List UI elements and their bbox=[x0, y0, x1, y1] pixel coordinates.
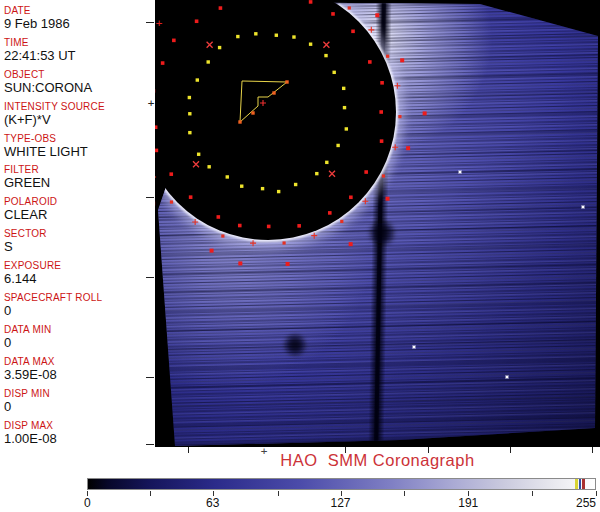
pointer-vertex-dot bbox=[285, 80, 288, 83]
field-value: GREEN bbox=[4, 176, 155, 190]
yellow-ring-dot bbox=[332, 71, 335, 74]
colorbar-tick bbox=[532, 491, 533, 496]
field-label: TYPE-OBS bbox=[4, 132, 155, 145]
colorbar-tick bbox=[404, 491, 405, 496]
sidebar-entry: FILTERGREEN bbox=[0, 163, 155, 195]
yellow-ring-dot bbox=[345, 127, 348, 130]
colorbar-tick bbox=[150, 491, 151, 496]
rim-dot-mark bbox=[340, 220, 343, 223]
app-window: { "window": {"width": 600, "height": 512… bbox=[0, 0, 600, 512]
colorbar-label: 63 bbox=[206, 496, 219, 510]
sidebar-entry: INTENSITY SOURCE(K+F)*V bbox=[0, 100, 155, 132]
yellow-ring-dot bbox=[292, 35, 295, 38]
red-ring-dot bbox=[297, 224, 301, 228]
field-value: 1.00E-08 bbox=[4, 432, 155, 446]
red-ring-dot bbox=[380, 81, 384, 85]
axis-tick bbox=[146, 22, 154, 23]
colorbar-tick bbox=[596, 491, 597, 496]
field-value: (K+F)*V bbox=[4, 113, 155, 127]
yellow-ring-dot bbox=[309, 42, 312, 45]
colorbar-label: 0 bbox=[84, 496, 91, 510]
sidebar-entry: EXPOSURE6.144 bbox=[0, 259, 155, 291]
sidebar-entry: POLAROIDCLEAR bbox=[0, 195, 155, 227]
yellow-ring-dot bbox=[261, 187, 264, 190]
sidebar-entry: SPACECRAFT ROLL0 bbox=[0, 291, 155, 323]
colorbar-tick bbox=[278, 491, 279, 496]
rim-dot-mark bbox=[170, 200, 173, 203]
image-panel bbox=[155, 0, 600, 447]
red-ring-dot bbox=[169, 172, 173, 176]
axis-tick bbox=[146, 377, 154, 378]
yellow-ring-dot bbox=[294, 183, 297, 186]
red-ring-dot bbox=[351, 29, 355, 33]
sidebar-entry: DATE9 Feb 1986 bbox=[0, 4, 155, 36]
yellow-ring-dot bbox=[207, 60, 210, 63]
yellow-ring-dot bbox=[324, 54, 327, 57]
field-label: INTENSITY SOURCE bbox=[4, 100, 155, 113]
outer-scatter-red-dot bbox=[386, 197, 390, 201]
field-value: 3.59E-08 bbox=[4, 368, 155, 382]
field-label: DISP MIN bbox=[4, 387, 155, 400]
sidebar-entry: DATA MAX3.59E-08 bbox=[0, 355, 155, 387]
sidebar-entry: DISP MIN0 bbox=[0, 387, 155, 419]
red-ring-dot bbox=[328, 211, 332, 215]
yellow-ring-dot bbox=[236, 35, 239, 38]
sidebar-entry: DATA MIN0 bbox=[0, 323, 155, 355]
outer-scatter-red-dot bbox=[286, 262, 290, 266]
field-label: DATA MIN bbox=[4, 323, 155, 336]
field-value: 0 bbox=[4, 400, 155, 414]
pointer-vertex-dot bbox=[272, 91, 275, 94]
field-value: 6.144 bbox=[4, 272, 155, 286]
red-ring-dot bbox=[379, 110, 383, 114]
colorbar-label: 255 bbox=[576, 496, 596, 510]
axis-tick bbox=[146, 277, 154, 278]
yellow-ring-dot bbox=[277, 190, 280, 193]
outer-scatter-red-dot bbox=[406, 146, 410, 150]
rim-dot-mark bbox=[221, 234, 224, 237]
yellow-ring-dot bbox=[226, 175, 229, 178]
red-ring-dot bbox=[331, 12, 335, 16]
colorbar-label: 191 bbox=[458, 496, 478, 510]
colorbar-stripe bbox=[575, 479, 578, 489]
rim-dot-mark bbox=[398, 115, 401, 118]
outer-scatter-red-dot bbox=[375, 13, 379, 17]
colorbar-label: 127 bbox=[330, 496, 350, 510]
field-value: WHITE LIGHT bbox=[4, 145, 155, 159]
pointer-vertex-dot bbox=[238, 120, 241, 123]
yellow-ring-dot bbox=[343, 106, 346, 109]
red-ring-dot bbox=[368, 60, 372, 64]
red-ring-dot bbox=[155, 125, 157, 129]
field-label: OBJECT bbox=[4, 68, 155, 81]
red-ring-dot bbox=[217, 215, 221, 219]
field-value: 0 bbox=[4, 336, 155, 350]
field-value: SUN:CORONA bbox=[4, 81, 155, 95]
yellow-ring-dot bbox=[188, 131, 191, 134]
red-ring-dot bbox=[161, 61, 165, 65]
yellow-ring-dot bbox=[315, 172, 318, 175]
rim-dot-mark bbox=[282, 241, 285, 244]
colorbar-stripe bbox=[582, 479, 585, 489]
field-label: SECTOR bbox=[4, 227, 155, 240]
sidebar-entry: DISP MAX1.00E-08 bbox=[0, 419, 155, 451]
red-ring-dot bbox=[195, 19, 199, 23]
red-ring-dot bbox=[172, 39, 176, 43]
fiducial-plus-mark: + bbox=[148, 98, 155, 109]
outer-scatter-red-dot bbox=[400, 58, 404, 62]
sidebar-entry: TIME22:41:53 UT bbox=[0, 36, 155, 68]
yellow-ring-dot bbox=[188, 112, 191, 115]
outer-scatter-red-dot bbox=[349, 242, 353, 246]
yellow-ring-dot bbox=[188, 96, 191, 99]
red-ring-dot bbox=[364, 170, 368, 174]
field-value: S bbox=[4, 240, 155, 254]
field-value: 22:41:53 UT bbox=[4, 49, 155, 63]
red-ring-dot bbox=[267, 225, 271, 229]
yellow-ring-dot bbox=[336, 144, 339, 147]
yellow-ring-dot bbox=[197, 153, 200, 156]
rim-dot-mark bbox=[386, 55, 389, 58]
pointer-vertex-dot bbox=[251, 111, 254, 114]
outer-scatter-red-dot bbox=[210, 249, 214, 253]
axis-tick bbox=[146, 444, 154, 445]
field-label: SPACECRAFT ROLL bbox=[4, 291, 155, 304]
yellow-ring-dot bbox=[218, 46, 221, 49]
coronagraph-image bbox=[155, 0, 600, 447]
